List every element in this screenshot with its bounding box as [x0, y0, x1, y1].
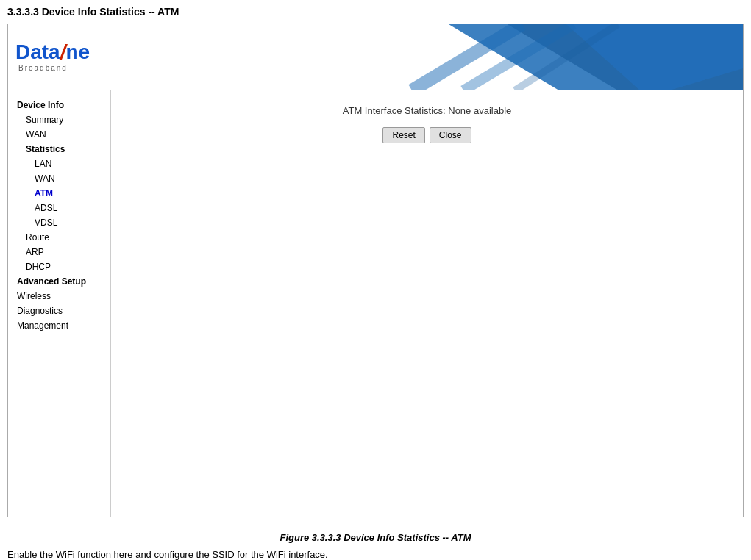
sidebar-item-statistics[interactable]: Statistics: [8, 142, 110, 157]
sidebar-item-arp[interactable]: ARP: [8, 245, 110, 259]
page-title: 3.3.3.3 Device Info Statistics -- ATM: [0, 0, 751, 24]
sidebar-item-management[interactable]: Management: [8, 318, 110, 333]
sidebar-item-diagnostics[interactable]: Diagnostics: [8, 304, 110, 318]
footer-text: Enable the WiFi function here and config…: [0, 549, 751, 560]
logo-one: ne: [65, 40, 90, 63]
sidebar-item-vdsl[interactable]: VDSL: [8, 215, 110, 230]
sidebar-item-wan-stats[interactable]: WAN: [8, 171, 110, 186]
sidebar-item-summary[interactable]: Summary: [8, 112, 110, 127]
sidebar-item-atm[interactable]: ATM: [8, 186, 110, 201]
logo-broadband: Broadband: [15, 64, 68, 72]
sidebar-item-advanced-setup[interactable]: Advanced Setup: [8, 274, 110, 289]
logo: Data/ne: [15, 42, 90, 62]
sidebar-item-route[interactable]: Route: [8, 230, 110, 245]
content-area: ATM Interface Statistics: None available…: [111, 90, 743, 517]
atm-stats-label: ATM Interface Statistics: None available: [343, 105, 512, 116]
figure-caption: Figure 3.3.3.3 Device Info Statistics --…: [7, 532, 744, 543]
sidebar: Device Info Summary WAN Statistics LAN W…: [8, 90, 111, 517]
close-button[interactable]: Close: [430, 127, 471, 143]
sidebar-item-lan[interactable]: LAN: [8, 157, 110, 171]
sidebar-item-dhcp[interactable]: DHCP: [8, 259, 110, 274]
router-ui: Data/ne Broadband Device Info Summary WA…: [7, 24, 744, 517]
header: Data/ne Broadband: [8, 24, 743, 90]
reset-button[interactable]: Reset: [382, 127, 424, 143]
header-graphic: [302, 24, 743, 90]
main-content: Device Info Summary WAN Statistics LAN W…: [8, 90, 743, 517]
logo-data: Data: [15, 40, 60, 63]
sidebar-item-wireless[interactable]: Wireless: [8, 289, 110, 304]
logo-area: Data/ne Broadband: [15, 42, 90, 72]
sidebar-item-wan[interactable]: WAN: [8, 127, 110, 142]
sidebar-item-adsl[interactable]: ADSL: [8, 201, 110, 215]
sidebar-item-device-info[interactable]: Device Info: [8, 98, 110, 112]
button-row: Reset Close: [382, 127, 471, 143]
